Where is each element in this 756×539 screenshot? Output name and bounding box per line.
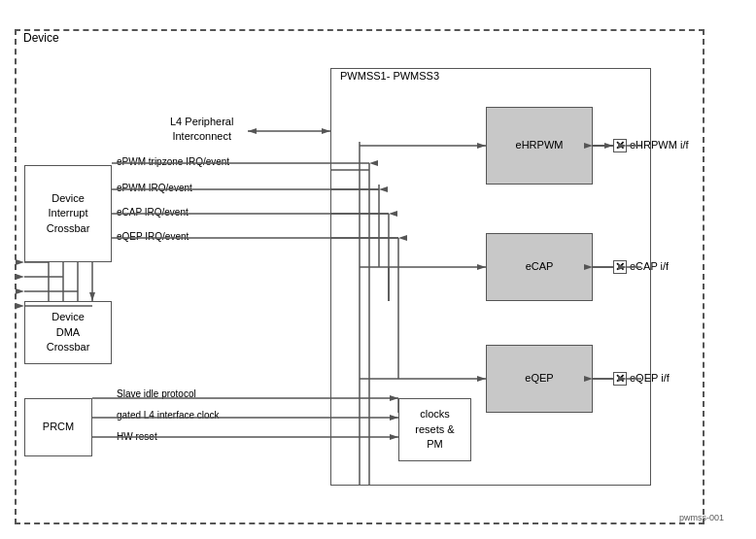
ecap-if-label: eCAP i/f [630,260,669,272]
ehrpwm-x-marker: ✕ [613,139,627,152]
prcm-label: PRCM [43,420,74,434]
epwm-tripzone-label: ePWM tripzone IRQ/event [117,156,229,167]
footer-label: pwmss-001 [679,513,724,522]
ehrpwm-if-label: eHRPWM i/f [630,139,689,151]
clocks-block: clocksresets &PM [398,398,471,461]
eqep-irq-label: eQEP IRQ/event [117,231,189,242]
interrupt-crossbar-block: DeviceInterruptCrossbar [24,165,112,262]
epwm-irq-label: ePWM IRQ/event [117,183,192,193]
clocks-label: clocksresets &PM [415,407,454,452]
interrupt-crossbar-label: DeviceInterruptCrossbar [47,191,90,236]
pwmss-label: PWMSS1- PWMSS3 [340,70,439,82]
dma-crossbar-label: DeviceDMACrossbar [47,310,90,354]
dma-crossbar-block: DeviceDMACrossbar [24,301,112,364]
slave-idle-label: Slave idle protocol [117,388,196,399]
eqep-x-marker: ✕ [613,372,627,386]
eqep-block: eQEP [486,345,593,413]
gated-l4-label: gated L4 interface clock [117,410,220,421]
ecap-x-marker: ✕ [613,260,627,274]
ehrpwm-label: eHRPWM [516,138,564,152]
ecap-label: eCAP [526,259,554,274]
hw-reset-label: HW reset [117,431,157,442]
ecap-block: eCAP [486,233,593,301]
eqep-label: eQEP [525,371,553,386]
ehrpwm-block: eHRPWM [486,107,593,185]
l4-label: L4 PeripheralInterconnect [170,115,233,145]
ecap-irq-label: eCAP IRQ/event [117,207,189,218]
prcm-block: PRCM [24,398,92,456]
device-label: Device [23,31,59,45]
eqep-if-label: eQEP i/f [630,372,670,384]
